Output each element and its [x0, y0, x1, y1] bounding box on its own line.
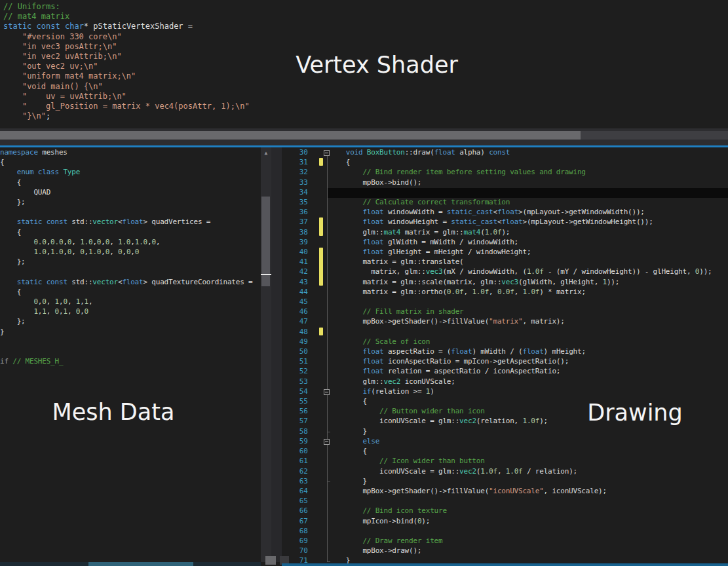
code-line[interactable]: [329, 187, 728, 197]
code-line[interactable]: // mat4 matrix: [3, 12, 728, 22]
fold-collapse-icon[interactable]: [324, 389, 330, 395]
code-line[interactable]: float iconAspectRatio = mpIcon->getAspec…: [329, 356, 728, 366]
code-line[interactable]: [329, 297, 728, 307]
code-line[interactable]: float glWidth = mWidth / windowWidth;: [329, 237, 728, 247]
code-editor-screenshot: // Uniforms:// mat4 matrixstatic const c…: [0, 0, 728, 566]
scroll-up-arrow-icon[interactable]: ▲: [261, 149, 271, 157]
code-line[interactable]: " gl_Position = matrix * vec4(posAttr, 1…: [3, 102, 728, 111]
code-line[interactable]: else: [329, 436, 728, 446]
code-line[interactable]: "in vec3 posAttr;\n": [3, 42, 728, 52]
code-line[interactable]: // Button wider than icon: [329, 406, 728, 416]
code-token: };: [0, 198, 26, 206]
code-line[interactable]: {: [0, 227, 261, 237]
pane-splitter[interactable]: [271, 147, 282, 562]
code-line[interactable]: iconUVScale = glm::vec2(relation, 1.0f);: [329, 416, 728, 426]
code-line[interactable]: static const std::vector<float> quadText…: [0, 277, 261, 287]
right-code-area[interactable]: void BoxButton::draw(float alpha) const …: [329, 147, 728, 563]
code-line[interactable]: {: [0, 287, 261, 297]
code-line[interactable]: iconUVScale = glm::vec2(1.0f, 1.0f / rel…: [329, 466, 728, 476]
code-line[interactable]: mpBox->getShader()->fillValue("iconUVSca…: [329, 486, 728, 496]
left-code-area[interactable]: namespace meshes{ enum class Type { QUAD…: [0, 147, 261, 366]
code-line[interactable]: // Fill matrix in shader: [329, 307, 728, 316]
left-vscrollbar-track[interactable]: ▲: [261, 147, 271, 562]
code-line[interactable]: void BoxButton::draw(float alpha) const: [329, 147, 728, 157]
code-line[interactable]: mpBox->draw();: [329, 546, 728, 556]
code-line[interactable]: };: [0, 257, 261, 267]
code-line[interactable]: glm::mat4 matrix = glm::mat4(1.0f);: [329, 227, 728, 237]
right-editor-pane[interactable]: 3031323334353637383940414243444546474849…: [282, 147, 728, 563]
code-line[interactable]: {: [0, 178, 261, 187]
code-line[interactable]: namespace meshes: [0, 147, 261, 157]
left-hscrollbar-thumb[interactable]: [88, 562, 193, 566]
code-line[interactable]: float relation = aspectRatio / iconAspec…: [329, 366, 728, 376]
code-line[interactable]: 1.0,1.0,0, 0,1.0,0, 0,0,0: [0, 247, 261, 257]
code-line[interactable]: float windowHeight = static_cast<float>(…: [329, 217, 728, 227]
code-line[interactable]: // Calculate correct transformation: [329, 197, 728, 207]
code-line[interactable]: [0, 347, 261, 356]
code-line[interactable]: {: [0, 157, 261, 167]
code-token: matrix = glm::: [400, 228, 463, 236]
code-line[interactable]: float windowWidth = static_cast<float>(m…: [329, 207, 728, 217]
left-editor-pane[interactable]: namespace meshes{ enum class Type { QUAD…: [0, 147, 261, 562]
hscrollbar-thumb[interactable]: [0, 131, 581, 140]
code-token: float: [362, 217, 383, 226]
code-line[interactable]: };: [0, 197, 261, 207]
code-line[interactable]: 1,1, 0,1, 0,0: [0, 307, 261, 316]
code-line[interactable]: // Scale of icon: [329, 337, 728, 347]
code-token: ;: [46, 111, 50, 121]
code-line[interactable]: [0, 267, 261, 276]
folding-margin[interactable]: [282, 147, 334, 563]
code-line[interactable]: if // MESHES_H_: [0, 356, 261, 366]
code-line[interactable]: static const char* pStaticVertexShader =: [3, 22, 728, 31]
code-line[interactable]: " uv = uvAttrib;\n": [3, 92, 728, 102]
code-line[interactable]: mpBox->getShader()->fillValue("matrix", …: [329, 316, 728, 326]
code-line[interactable]: enum class Type: [0, 167, 261, 177]
code-line[interactable]: matrix = glm::scale(matrix, glm::vec3(gl…: [329, 277, 728, 287]
code-token: "in vec3 posAttr;\n": [22, 42, 117, 51]
code-line[interactable]: "}\n";: [3, 111, 728, 121]
code-line[interactable]: };: [0, 316, 261, 326]
code-token: ::draw(: [405, 148, 434, 157]
code-line[interactable]: [0, 337, 261, 347]
code-line[interactable]: // Draw render item: [329, 536, 728, 546]
code-line[interactable]: matrix, glm::vec3(mX / windowWidth, (1.0…: [329, 267, 728, 276]
code-line[interactable]: [329, 526, 728, 536]
left-hscrollbar-track[interactable]: [0, 562, 261, 566]
code-line[interactable]: matrix = glm::translate(: [329, 257, 728, 267]
code-token: glWidth = mWidth / windowWidth;: [384, 238, 519, 246]
code-token: ,: [71, 248, 80, 256]
code-line[interactable]: float aspectRatio = (float) mWidth / (fl…: [329, 347, 728, 356]
code-line[interactable]: matrix = glm::ortho(0.0f, 1.0f, 0.0f, 1.…: [329, 287, 728, 297]
code-line[interactable]: }: [329, 426, 728, 436]
code-line[interactable]: float glHeight = mHeight / windowHeight;: [329, 247, 728, 257]
code-line[interactable]: glm::vec2 iconUVScale;: [329, 377, 728, 387]
code-line[interactable]: [0, 207, 261, 217]
code-line[interactable]: mpIcon->bind(0);: [329, 516, 728, 526]
code-token: mat4: [384, 228, 401, 236]
code-token: "iconUVScale": [489, 487, 544, 495]
code-line[interactable]: // Bind icon texture: [329, 506, 728, 516]
code-line[interactable]: if(relation >= 1): [329, 387, 728, 396]
code-line[interactable]: }: [0, 327, 261, 337]
code-line[interactable]: 0,0, 1,0, 1,1,: [0, 297, 261, 307]
hscrollbar-track[interactable]: [0, 131, 728, 140]
code-line[interactable]: "void main() {\n": [3, 82, 728, 92]
code-line[interactable]: {: [329, 157, 728, 167]
code-line[interactable]: }: [329, 556, 728, 563]
fold-collapse-icon[interactable]: [324, 150, 330, 156]
code-line[interactable]: // Uniforms:: [3, 2, 728, 12]
code-line[interactable]: // Bind render item before setting value…: [329, 167, 728, 177]
code-line[interactable]: {: [329, 396, 728, 406]
code-line[interactable]: static const std::vector<float> quadVert…: [0, 217, 261, 227]
code-line[interactable]: 0.0,0.0,0, 1.0,0,0, 1.0,1.0,0,: [0, 237, 261, 247]
code-line[interactable]: }: [329, 476, 728, 486]
code-line[interactable]: QUAD: [0, 187, 261, 197]
fold-collapse-icon[interactable]: [324, 439, 330, 445]
code-line[interactable]: mpBox->bind();: [329, 178, 728, 187]
code-line[interactable]: {: [329, 446, 728, 456]
code-line[interactable]: [329, 327, 728, 337]
code-line[interactable]: // Icon wider than button: [329, 456, 728, 466]
code-line[interactable]: "#version 330 core\n": [3, 32, 728, 42]
left-vscrollbar-thumb[interactable]: [261, 197, 270, 286]
code-line[interactable]: [329, 496, 728, 506]
